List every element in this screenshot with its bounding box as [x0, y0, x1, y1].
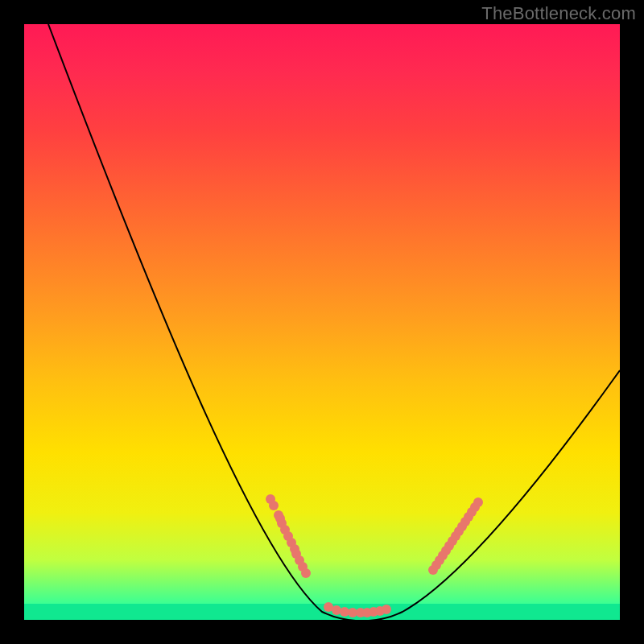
highlight-dot — [269, 501, 279, 510]
highlight-dot — [301, 568, 311, 578]
bottleneck-curve — [48, 24, 620, 620]
highlight-dots-right — [428, 497, 483, 575]
watermark-text: TheBottleneck.com — [481, 3, 636, 24]
highlight-dot — [332, 605, 341, 615]
chart-frame: TheBottleneck.com — [0, 0, 644, 644]
highlight-dot — [382, 605, 391, 614]
chart-svg — [24, 24, 620, 620]
highlight-dots-left — [266, 494, 311, 578]
plot-area — [24, 24, 620, 620]
highlight-dot — [473, 497, 483, 507]
highlight-dots-bottom — [324, 602, 391, 617]
